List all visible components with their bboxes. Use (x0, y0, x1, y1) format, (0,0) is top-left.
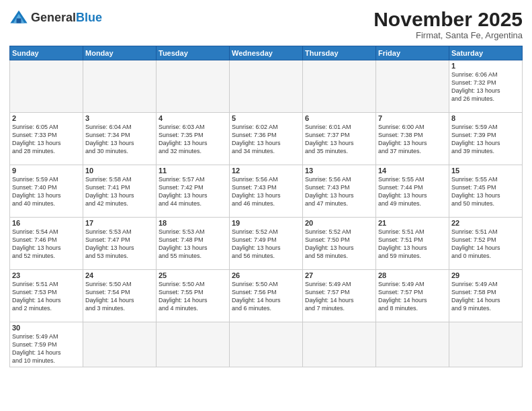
table-row: 19Sunrise: 5:52 AM Sunset: 7:49 PM Dayli… (230, 218, 303, 270)
header-thursday: Thursday (303, 46, 376, 60)
table-row: 23Sunrise: 5:51 AM Sunset: 7:53 PM Dayli… (10, 270, 83, 322)
header-monday: Monday (83, 46, 157, 60)
table-row: 5Sunrise: 6:02 AM Sunset: 7:36 PM Daylig… (230, 113, 303, 165)
logo-icon (9, 8, 28, 27)
day-number: 6 (305, 114, 373, 122)
logo-general: General (31, 11, 76, 24)
calendar-header-row: Sunday Monday Tuesday Wednesday Thursday… (10, 46, 523, 60)
day-info: Sunrise: 6:02 AM Sunset: 7:36 PM Dayligh… (232, 123, 300, 156)
day-number: 21 (378, 219, 447, 227)
table-row: 24Sunrise: 5:50 AM Sunset: 7:54 PM Dayli… (83, 270, 157, 322)
header-tuesday: Tuesday (157, 46, 230, 60)
day-number: 5 (232, 114, 300, 122)
table-row: 25Sunrise: 5:50 AM Sunset: 7:55 PM Dayli… (157, 270, 230, 322)
day-number: 27 (305, 271, 373, 279)
day-number: 11 (159, 167, 227, 175)
day-info: Sunrise: 5:56 AM Sunset: 7:43 PM Dayligh… (305, 175, 373, 208)
table-row: 27Sunrise: 5:49 AM Sunset: 7:57 PM Dayli… (303, 270, 376, 322)
day-number: 7 (378, 114, 447, 122)
day-number: 22 (451, 219, 520, 227)
day-info: Sunrise: 5:58 AM Sunset: 7:41 PM Dayligh… (85, 175, 154, 208)
day-info: Sunrise: 5:49 AM Sunset: 7:57 PM Dayligh… (305, 280, 373, 313)
day-info: Sunrise: 6:04 AM Sunset: 7:34 PM Dayligh… (85, 123, 154, 156)
day-number: 8 (451, 114, 520, 122)
day-info: Sunrise: 5:49 AM Sunset: 7:59 PM Dayligh… (12, 332, 81, 365)
table-row (303, 322, 376, 367)
table-row: 16Sunrise: 5:54 AM Sunset: 7:46 PM Dayli… (10, 218, 83, 270)
table-row (157, 60, 230, 113)
table-row: 4Sunrise: 6:03 AM Sunset: 7:35 PM Daylig… (157, 113, 230, 165)
day-number: 26 (232, 271, 300, 279)
day-info: Sunrise: 5:57 AM Sunset: 7:42 PM Dayligh… (159, 175, 227, 208)
table-row: 13Sunrise: 5:56 AM Sunset: 7:43 PM Dayli… (303, 165, 376, 218)
header-sunday: Sunday (10, 46, 83, 60)
logo-text: GeneralBlue (31, 11, 102, 24)
day-number: 2 (12, 114, 81, 122)
day-info: Sunrise: 5:50 AM Sunset: 7:55 PM Dayligh… (159, 280, 227, 313)
day-number: 29 (451, 271, 520, 279)
day-info: Sunrise: 5:59 AM Sunset: 7:39 PM Dayligh… (451, 123, 520, 156)
table-row: 15Sunrise: 5:55 AM Sunset: 7:45 PM Dayli… (449, 165, 523, 218)
day-number: 9 (12, 167, 81, 175)
table-row: 17Sunrise: 5:53 AM Sunset: 7:47 PM Dayli… (83, 218, 157, 270)
table-row: 1Sunrise: 6:06 AM Sunset: 7:32 PM Daylig… (449, 60, 523, 113)
table-row: 30Sunrise: 5:49 AM Sunset: 7:59 PM Dayli… (10, 322, 83, 367)
table-row: 29Sunrise: 5:49 AM Sunset: 7:58 PM Dayli… (449, 270, 523, 322)
day-info: Sunrise: 6:03 AM Sunset: 7:35 PM Dayligh… (159, 123, 227, 156)
month-title: November 2025 (373, 8, 523, 30)
table-row (376, 322, 449, 367)
table-row: 26Sunrise: 5:50 AM Sunset: 7:56 PM Dayli… (230, 270, 303, 322)
day-info: Sunrise: 5:56 AM Sunset: 7:43 PM Dayligh… (232, 175, 300, 208)
table-row: 7Sunrise: 6:00 AM Sunset: 7:38 PM Daylig… (376, 113, 449, 165)
table-row (230, 322, 303, 367)
header: GeneralBlue November 2025 Firmat, Santa … (9, 8, 523, 40)
calendar-table: Sunday Monday Tuesday Wednesday Thursday… (9, 46, 523, 367)
table-row: 11Sunrise: 5:57 AM Sunset: 7:42 PM Dayli… (157, 165, 230, 218)
day-number: 1 (451, 62, 520, 70)
page: GeneralBlue November 2025 Firmat, Santa … (0, 0, 532, 411)
table-row (83, 60, 157, 113)
day-info: Sunrise: 5:50 AM Sunset: 7:56 PM Dayligh… (232, 280, 300, 313)
day-info: Sunrise: 5:59 AM Sunset: 7:40 PM Dayligh… (12, 175, 81, 208)
day-number: 17 (85, 219, 154, 227)
day-number: 14 (378, 167, 447, 175)
table-row: 2Sunrise: 6:05 AM Sunset: 7:33 PM Daylig… (10, 113, 83, 165)
day-number: 28 (378, 271, 447, 279)
table-row: 28Sunrise: 5:49 AM Sunset: 7:57 PM Dayli… (376, 270, 449, 322)
table-row: 3Sunrise: 6:04 AM Sunset: 7:34 PM Daylig… (83, 113, 157, 165)
day-info: Sunrise: 6:05 AM Sunset: 7:33 PM Dayligh… (12, 123, 81, 156)
table-row: 9Sunrise: 5:59 AM Sunset: 7:40 PM Daylig… (10, 165, 83, 218)
day-info: Sunrise: 5:55 AM Sunset: 7:45 PM Dayligh… (451, 175, 520, 208)
day-info: Sunrise: 6:01 AM Sunset: 7:37 PM Dayligh… (305, 123, 373, 156)
day-info: Sunrise: 5:53 AM Sunset: 7:47 PM Dayligh… (85, 228, 154, 261)
day-info: Sunrise: 5:50 AM Sunset: 7:54 PM Dayligh… (85, 280, 154, 313)
svg-rect-2 (17, 18, 21, 23)
day-number: 4 (159, 114, 227, 122)
subtitle: Firmat, Santa Fe, Argentina (373, 30, 523, 40)
day-number: 30 (12, 324, 81, 332)
day-info: Sunrise: 5:55 AM Sunset: 7:44 PM Dayligh… (378, 175, 447, 208)
title-block: November 2025 Firmat, Santa Fe, Argentin… (373, 8, 523, 40)
logo: GeneralBlue (9, 8, 102, 27)
day-number: 19 (232, 219, 300, 227)
day-info: Sunrise: 5:51 AM Sunset: 7:51 PM Dayligh… (378, 228, 447, 261)
table-row: 22Sunrise: 5:51 AM Sunset: 7:52 PM Dayli… (449, 218, 523, 270)
table-row (376, 60, 449, 113)
day-info: Sunrise: 5:49 AM Sunset: 7:57 PM Dayligh… (378, 280, 447, 313)
day-number: 20 (305, 219, 373, 227)
day-number: 15 (451, 167, 520, 175)
table-row: 14Sunrise: 5:55 AM Sunset: 7:44 PM Dayli… (376, 165, 449, 218)
day-number: 12 (232, 167, 300, 175)
day-info: Sunrise: 5:53 AM Sunset: 7:48 PM Dayligh… (159, 228, 227, 261)
day-info: Sunrise: 5:52 AM Sunset: 7:50 PM Dayligh… (305, 228, 373, 261)
table-row: 6Sunrise: 6:01 AM Sunset: 7:37 PM Daylig… (303, 113, 376, 165)
day-info: Sunrise: 5:54 AM Sunset: 7:46 PM Dayligh… (12, 228, 81, 261)
table-row (303, 60, 376, 113)
day-number: 16 (12, 219, 81, 227)
day-number: 23 (12, 271, 81, 279)
header-wednesday: Wednesday (230, 46, 303, 60)
day-info: Sunrise: 5:51 AM Sunset: 7:52 PM Dayligh… (451, 228, 520, 261)
table-row (83, 322, 157, 367)
day-number: 13 (305, 167, 373, 175)
logo-blue: Blue (76, 11, 102, 24)
